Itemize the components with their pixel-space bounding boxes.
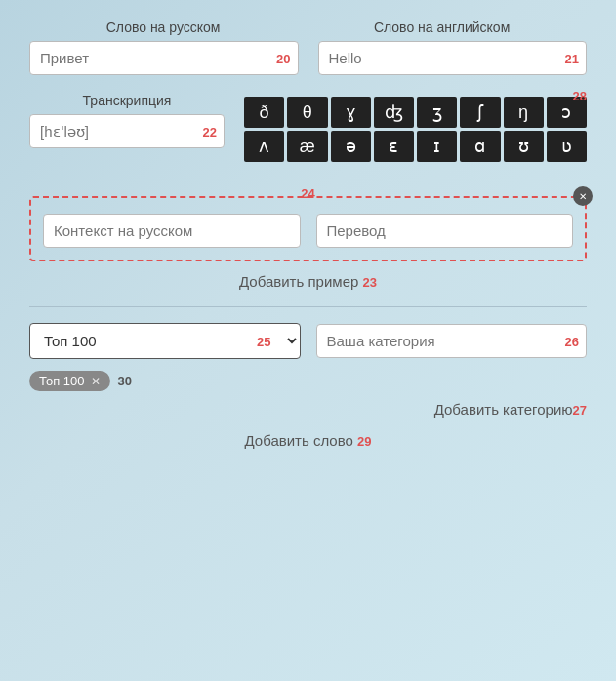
phonetic-cell[interactable]: ʃ xyxy=(460,97,500,128)
your-category-input[interactable] xyxy=(316,324,588,358)
tag-row: Топ 100 ✕ 30 xyxy=(29,371,587,391)
phonetic-grid: ðθɣʤʒʃŋɔʌæəɛɪɑʊʋ xyxy=(244,97,587,162)
context-translation-input[interactable] xyxy=(316,214,574,248)
top100-select-wrapper: Топ 100Топ 200Свой список 25 xyxy=(29,323,301,359)
phonetic-cell[interactable]: ʌ xyxy=(244,131,284,162)
phonetic-cell[interactable]: ɛ xyxy=(374,131,414,162)
transcription-input[interactable] xyxy=(29,114,225,148)
phonetic-cell[interactable]: ʤ xyxy=(374,97,414,128)
context-russian-input[interactable] xyxy=(43,214,301,248)
add-category-button[interactable]: Добавить категорию27 xyxy=(434,401,587,418)
transcription-wrapper: 22 xyxy=(29,114,225,148)
tag-remove-button[interactable]: ✕ xyxy=(91,375,101,388)
divider-2 xyxy=(29,306,587,307)
phonetic-col: 28 ðθɣʤʒʃŋɔʌæəɛɪɑʊʋ xyxy=(244,93,587,162)
add-word-row: Добавить слово 29 xyxy=(29,432,587,450)
your-category-wrapper: 26 xyxy=(316,324,588,358)
context-section: 24 ✕ xyxy=(29,196,587,261)
transcription-label: Транскрипция xyxy=(29,93,225,108)
context-russian-wrapper xyxy=(43,214,301,248)
phonetic-cell[interactable]: ɪ xyxy=(417,131,457,162)
word-inputs-row: 20 21 xyxy=(29,41,587,75)
add-example-row: Добавить пример 23 xyxy=(29,273,587,291)
phonetic-cell[interactable]: ə xyxy=(331,131,371,162)
english-word-input[interactable] xyxy=(318,41,588,75)
add-category-row: Добавить категорию27 xyxy=(29,401,587,419)
divider-1 xyxy=(29,180,587,180)
context-translation-wrapper xyxy=(316,214,574,248)
tag-label: Топ 100 xyxy=(39,374,85,388)
context-close-button[interactable]: ✕ xyxy=(573,186,593,206)
phonetic-cell[interactable]: ʒ xyxy=(417,97,457,128)
english-word-label: Слово на английском xyxy=(374,20,510,35)
category-row: Топ 100Топ 200Свой список 25 26 xyxy=(29,323,587,359)
phonetic-cell[interactable]: ŋ xyxy=(504,97,544,128)
top-labels-row: Слово на русском Слово на английском xyxy=(29,20,587,35)
phonetic-cell[interactable]: ʋ xyxy=(547,131,587,162)
russian-word-label: Слово на русском xyxy=(106,20,221,35)
phonetic-cell[interactable]: θ xyxy=(287,97,327,128)
context-box-number: 24 xyxy=(301,186,314,201)
russian-word-input[interactable] xyxy=(29,41,299,75)
phonetic-cell[interactable]: ʊ xyxy=(504,131,544,162)
phonetic-grid-number: 28 xyxy=(573,89,587,103)
russian-word-wrapper: 20 xyxy=(29,41,299,75)
top100-tag: Топ 100 ✕ xyxy=(29,371,110,391)
tag-number: 30 xyxy=(118,374,132,388)
phonetic-cell[interactable]: ð xyxy=(244,97,284,128)
add-word-button[interactable]: Добавить слово 29 xyxy=(244,432,371,449)
transcription-col: Транскрипция 22 xyxy=(29,93,225,148)
english-word-wrapper: 21 xyxy=(318,41,588,75)
top100-select[interactable]: Топ 100Топ 200Свой список xyxy=(29,323,301,359)
phonetic-cell[interactable]: æ xyxy=(287,131,327,162)
add-example-button[interactable]: Добавить пример 23 xyxy=(239,273,377,290)
page-container: Слово на русском Слово на английском 20 … xyxy=(0,0,616,469)
context-inputs-row xyxy=(43,214,573,248)
phonetic-cell[interactable]: ɣ xyxy=(331,97,371,128)
transcription-row: Транскрипция 22 28 ðθɣʤʒʃŋɔʌæəɛɪɑʊʋ xyxy=(29,93,587,162)
phonetic-cell[interactable]: ɑ xyxy=(460,131,500,162)
